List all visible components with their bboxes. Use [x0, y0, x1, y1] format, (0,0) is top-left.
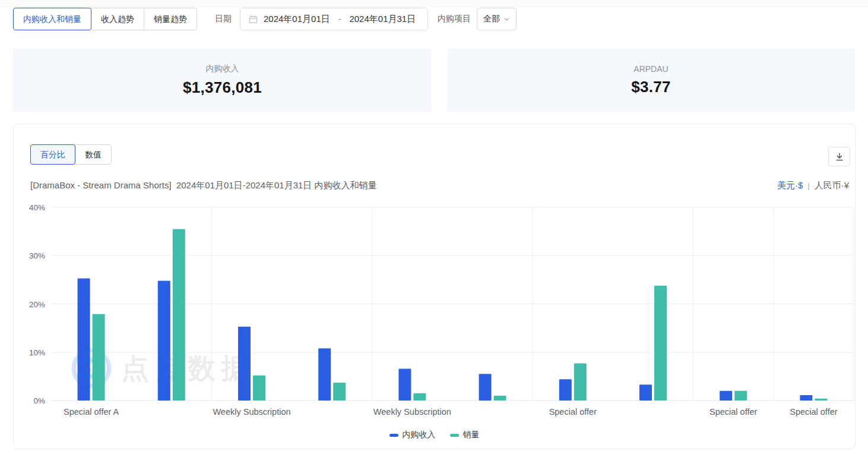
chart-card: 百分比 数值 [DramaBox - Stream Drama Shorts] …: [13, 124, 856, 449]
stat-value-arpdau: $3.77: [631, 78, 671, 96]
bar-revenue-7: [639, 384, 652, 401]
bar-revenue-5: [479, 374, 492, 401]
currency-toggle: 美元·$ | 人民币·¥: [777, 180, 849, 191]
tab-numeric[interactable]: 数值: [75, 144, 112, 165]
tab-sales-trend[interactable]: 销量趋势: [144, 8, 197, 30]
stat-label-iap-revenue: 内购收入: [206, 64, 239, 74]
tab-iap-revenue-and-sales[interactable]: 内购收入和销量: [13, 8, 91, 30]
download-icon: [835, 152, 844, 162]
bar-sales-2: [253, 376, 265, 401]
chart-title: [DramaBox - Stream Drama Shorts] 2024年01…: [30, 180, 377, 191]
bar-sales-1: [173, 229, 185, 401]
iap-filter-select[interactable]: 全部: [477, 8, 517, 30]
date-end[interactable]: 2024年01月31日: [349, 14, 416, 25]
iap-filter-label: 内购项目: [438, 14, 471, 24]
currency-separator: |: [807, 181, 809, 190]
bar-chart-canvas: 0%10%20%30%40%Special offer AWeekly Subs…: [14, 196, 855, 428]
legend-marker-iap-revenue: [389, 434, 398, 437]
bar-sales-8: [734, 391, 747, 401]
tab-percentage[interactable]: 百分比: [30, 144, 75, 165]
y-axis-tick-label: 10%: [29, 348, 45, 357]
iap-filter-value: 全部: [483, 14, 500, 24]
legend-item-sales[interactable]: 销量: [450, 430, 480, 440]
stat-card-arpdau: ARPDAU $3.77: [447, 49, 855, 112]
toolbar: 内购收入和销量 收入趋势 销量趋势 日期 2024年01月01日 - 2024年…: [13, 8, 517, 30]
x-axis-category-label: Weekly Subscription: [373, 407, 451, 417]
bar-revenue-3: [318, 348, 331, 401]
date-separator: -: [338, 14, 341, 24]
y-axis-tick-label: 20%: [29, 300, 45, 309]
bar-sales-4: [413, 393, 426, 401]
view-tab-group: 内购收入和销量 收入趋势 销量趋势: [13, 8, 197, 30]
y-axis-tick-label: 40%: [29, 203, 45, 212]
x-axis-category-label: Special offer: [709, 407, 758, 417]
date-range-picker[interactable]: 2024年01月01日 - 2024年01月31日: [240, 8, 428, 30]
legend-label-sales: 销量: [463, 430, 480, 440]
date-start[interactable]: 2024年01月01日: [264, 14, 330, 25]
bar-sales-5: [494, 396, 506, 401]
y-axis-tick-label: 30%: [29, 251, 45, 260]
download-button[interactable]: [828, 147, 850, 166]
bar-sales-6: [574, 363, 587, 401]
stat-value-iap-revenue: $1,376,081: [183, 78, 262, 97]
bar-revenue-1: [158, 281, 170, 401]
stat-card-iap-revenue: 内购收入 $1,376,081: [13, 49, 432, 112]
top-strip: [0, 0, 868, 7]
x-axis-category-label: Special offer: [790, 407, 838, 417]
calendar-icon: [249, 15, 258, 24]
bar-revenue-4: [398, 368, 411, 401]
bar-revenue-9: [800, 395, 812, 401]
bar-sales-0: [93, 314, 105, 401]
currency-usd-option[interactable]: 美元·$: [777, 180, 803, 191]
x-axis-category-label: Special offer: [549, 407, 597, 417]
bar-sales-3: [333, 383, 346, 401]
stat-label-arpdau: ARPDAU: [633, 64, 668, 74]
bar-sales-9: [815, 399, 827, 401]
legend-marker-sales: [450, 434, 459, 437]
currency-cny-option[interactable]: 人民币·¥: [815, 180, 849, 191]
legend-item-iap-revenue[interactable]: 内购收入: [389, 430, 436, 440]
x-axis-category-label: Weekly Subscription: [213, 407, 290, 417]
y-axis-tick-label: 0%: [33, 396, 45, 405]
x-axis-category-label: Special offer A: [64, 407, 119, 417]
bar-revenue-0: [78, 278, 90, 401]
date-label: 日期: [215, 14, 232, 24]
bar-revenue-8: [720, 391, 732, 401]
chart-title-row: [DramaBox - Stream Drama Shorts] 2024年01…: [30, 180, 849, 191]
bar-sales-7: [654, 286, 667, 401]
stats-row: 内购收入 $1,376,081 ARPDAU $3.77: [13, 49, 855, 112]
chart-area: 点点数据 0%10%20%30%40%Special offer AWeekly…: [14, 196, 855, 428]
chart-legend: 内购收入 销量: [14, 430, 855, 440]
legend-label-iap-revenue: 内购收入: [403, 430, 436, 440]
tab-revenue-trend[interactable]: 收入趋势: [91, 8, 144, 30]
bar-revenue-6: [559, 379, 572, 401]
bar-revenue-2: [238, 327, 251, 401]
chevron-down-icon: [503, 16, 510, 23]
mode-tab-group: 百分比 数值: [30, 144, 112, 165]
